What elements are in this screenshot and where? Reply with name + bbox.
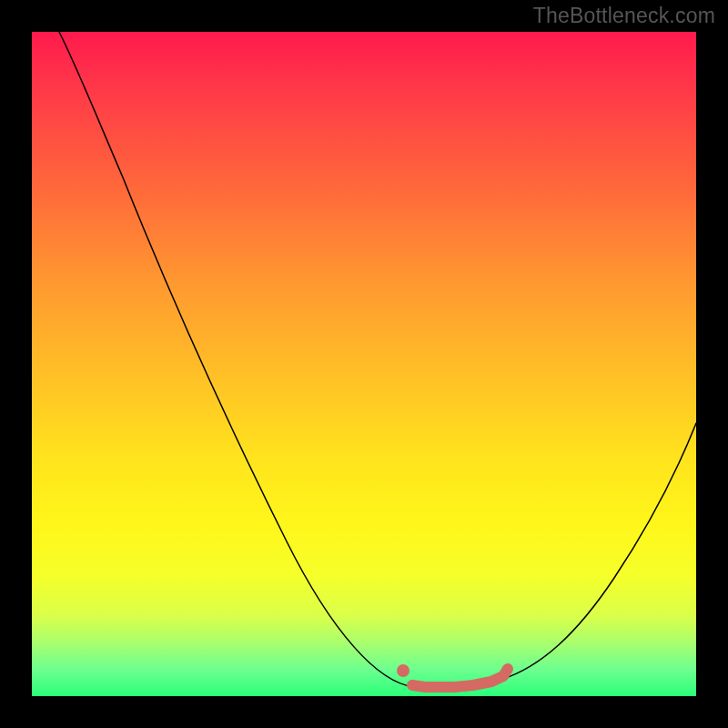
optimal-range-highlight — [412, 669, 508, 687]
bottleneck-curve — [59, 32, 696, 688]
watermark-text: TheBottleneck.com — [533, 4, 715, 28]
plot-area — [32, 32, 696, 696]
chart-frame: TheBottleneck.com — [0, 0, 728, 728]
highlight-start-dot — [397, 664, 410, 677]
chart-svg — [32, 32, 696, 696]
